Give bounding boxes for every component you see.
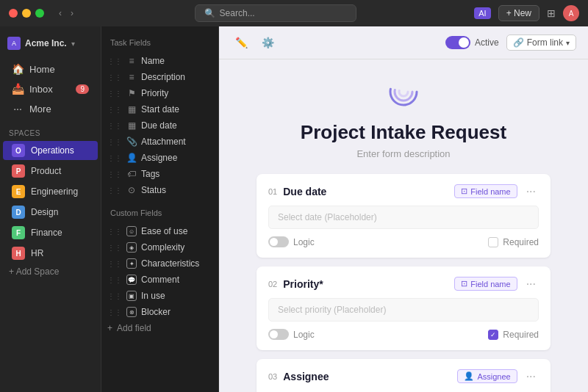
drag-handle-icon: ⋮⋮ [107,244,122,252]
close-button[interactable] [9,9,18,18]
add-field-button[interactable]: + Add field [101,320,218,336]
field-row-priority[interactable]: ⋮⋮ ⚑ Priority [101,85,218,101]
custom-field-icon: ✦ [126,258,137,269]
inbox-icon: 📥 [12,83,24,95]
sidebar-item-finance[interactable]: F Finance [3,223,98,242]
field-more-icon[interactable]: ··· [523,277,539,291]
field-name-badge[interactable]: ⊡ Field name [454,184,517,198]
assignee-badge[interactable]: 👤 Assignee [457,369,517,383]
title-bar-actions: AI + New ⊞ A [474,5,579,21]
edit-icon[interactable]: ✏️ [231,32,251,53]
field-row-status[interactable]: ⋮⋮ ⊙ Status [101,182,218,198]
field-more-icon[interactable]: ··· [523,370,539,383]
field-row-due-date[interactable]: ⋮⋮ ▦ Due date [101,117,218,134]
nav-arrows: ‹ › [56,7,76,20]
field-placeholder: Select date (Placeholder) [268,206,539,229]
assignee-badge-icon: 👤 [464,371,474,381]
field-name-badge[interactable]: ⊡ Field name [454,277,517,291]
field-num: 03 [268,372,277,381]
sidebar-item-engineering[interactable]: E Engineering [3,182,98,201]
operations-dot: O [12,144,25,157]
field-card-priority: 02 Priority* ⊡ Field name ··· Select pri… [257,266,551,350]
field-badge-label: Field name [470,187,510,196]
description-field-icon: ≡ [126,72,137,82]
custom-field-icon: 💬 [126,275,137,285]
form-link-button[interactable]: 🔗 Form link ▾ [506,35,576,51]
field-label: Status [141,185,166,195]
logic-label: Logic [293,330,315,340]
new-button[interactable]: + New [498,5,539,21]
field-row-in-use[interactable]: ⋮⋮ ▣ In use [101,288,218,304]
add-space-button[interactable]: + Add Space [0,264,101,280]
field-more-icon[interactable]: ··· [523,185,539,198]
field-row-tags[interactable]: ⋮⋮ 🏷 Tags [101,166,218,182]
app-body: A Acme Inc. ▾ 🏠 Home 📥 Inbox 9 ··· More … [0,26,588,392]
space-label: Engineering [31,186,78,197]
sidebar-item-design[interactable]: D Design [3,203,98,222]
field-num: 02 [268,280,277,288]
field-row-description[interactable]: ⋮⋮ ≡ Description [101,69,218,85]
home-icon: 🏠 [12,63,24,75]
link-icon: 🔗 [513,37,524,48]
field-row-start-date[interactable]: ⋮⋮ ▦ Start date [101,101,218,117]
settings-icon[interactable]: ⚙️ [257,32,278,53]
finance-dot: F [12,226,25,239]
sidebar-item-product[interactable]: P Product [3,161,98,181]
minimize-button[interactable] [22,9,31,18]
search-input[interactable]: 🔍 Search... [195,4,356,22]
forward-arrow[interactable]: › [68,7,76,20]
custom-field-icon: ☺ [126,226,137,236]
spinner-icon [386,74,421,109]
required-checkbox[interactable] [488,237,498,247]
sidebar-item-hr[interactable]: H HR [3,244,98,263]
due-date-field-icon: ▦ [126,120,137,131]
form-description[interactable]: Enter form description [356,148,450,159]
field-label: Characteristics [141,258,199,269]
active-toggle[interactable] [445,36,470,49]
field-label: In use [141,291,165,301]
field-row-characteristics[interactable]: ⋮⋮ ✦ Characteristics [101,255,218,272]
logic-toggle[interactable] [268,236,289,247]
drag-handle-icon: ⋮⋮ [107,57,122,65]
form-link-label: Form link [527,37,563,48]
sidebar-item-operations[interactable]: O Operations [3,141,98,160]
field-label: Blocker [141,307,171,317]
sidebar-item-more[interactable]: ··· More [3,99,98,118]
field-card-assignee: 03 Assignee 👤 Assignee ··· [257,359,551,392]
field-footer: Logic Required [268,236,539,247]
field-row-ease-of-use[interactable]: ⋮⋮ ☺ Ease of use [101,223,218,239]
field-badge-label: Field name [470,280,510,288]
field-row-complexity[interactable]: ⋮⋮ ◈ Complexity [101,239,218,255]
field-card-title: Due date [283,186,454,197]
field-row-name[interactable]: ⋮⋮ ≡ Name [101,53,218,69]
search-placeholder: Search... [220,8,255,18]
field-row-comment[interactable]: ⋮⋮ 💬 Comment [101,272,218,288]
form-toolbar-right: Active 🔗 Form link ▾ [445,35,576,51]
form-logo [386,74,421,112]
field-row-attachment[interactable]: ⋮⋮ 📎 Attachment [101,134,218,150]
field-row-blocker[interactable]: ⋮⋮ ⊗ Blocker [101,304,218,320]
sidebar-item-inbox[interactable]: 📥 Inbox 9 [3,79,98,98]
task-fields-title: Task Fields [101,35,218,53]
field-row-assignee[interactable]: ⋮⋮ 👤 Assignee [101,150,218,166]
field-label: Attachment [141,137,186,147]
field-label: Start date [141,104,179,115]
grid-icon[interactable]: ⊞ [547,7,556,19]
logic-wrap: Logic [268,236,315,247]
sidebar-item-label: Inbox [29,84,53,95]
required-checkbox[interactable]: ✓ [488,330,498,340]
custom-field-icon: ⊗ [126,307,137,317]
sidebar-item-home[interactable]: 🏠 Home [3,59,98,79]
logic-toggle[interactable] [268,329,289,340]
maximize-button[interactable] [35,9,44,18]
workspace-header[interactable]: A Acme Inc. ▾ [0,32,101,54]
logic-wrap: Logic [268,329,315,340]
avatar: A [563,5,579,21]
field-label: Comment [141,275,179,285]
product-dot: P [12,164,25,178]
priority-field-icon: ⚑ [126,88,137,98]
add-field-label: Add field [117,323,151,333]
space-label: Product [31,166,61,176]
back-arrow[interactable]: ‹ [56,7,65,20]
custom-field-icon: ◈ [126,242,137,253]
